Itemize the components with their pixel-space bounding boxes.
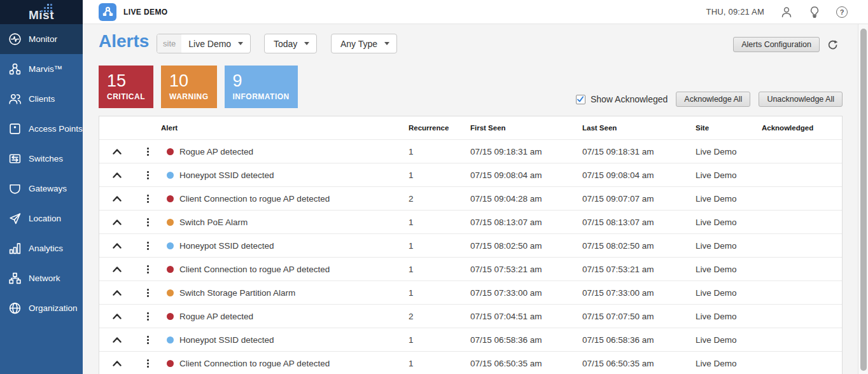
column-header-first-seen: First Seen (470, 124, 582, 132)
table-row[interactable]: Switch Storage Partition Alarm 1 07/15 0… (99, 280, 842, 304)
alert-site: Live Demo (696, 170, 762, 180)
sidebar-item-marvis[interactable]: Marvis™ (0, 54, 83, 84)
org-selector[interactable]: LIVE DEMO (99, 3, 168, 21)
show-acknowledged-checkbox[interactable] (576, 95, 585, 104)
unacknowledge-all-button[interactable]: Unacknowledge All (759, 92, 843, 107)
severity-dot (167, 172, 174, 179)
acknowledge-all-button[interactable]: Acknowledge All (676, 92, 750, 107)
table-row[interactable]: Honeypot SSID detected 1 07/15 08:02:50 … (99, 233, 842, 257)
refresh-icon[interactable] (827, 39, 838, 53)
collapse-chevron-icon[interactable] (99, 172, 134, 178)
table-row[interactable]: Honeypot SSID detected 1 07/15 09:08:04 … (99, 163, 842, 186)
alert-recurrence: 1 (409, 170, 470, 180)
sidebar-item-analytics[interactable]: Analytics (0, 233, 83, 263)
row-menu-icon[interactable] (147, 148, 149, 156)
table-row[interactable]: Rogue AP detected 1 07/15 09:18:31 am 07… (99, 139, 842, 163)
sidebar-item-access-points[interactable]: Access Points (0, 114, 83, 144)
warning-badge[interactable]: 10 WARNING (161, 66, 217, 108)
collapse-chevron-icon[interactable] (99, 361, 134, 366)
lightbulb-icon[interactable] (809, 6, 820, 18)
critical-badge[interactable]: 15 CRITICAL (99, 66, 153, 108)
column-header-last-seen: Last Seen (582, 124, 696, 132)
alert-name: Honeypot SSID detected (179, 170, 409, 180)
sidebar: Mist Monitor Marvis™ Clients Access Poin… (0, 0, 83, 374)
row-menu-icon[interactable] (147, 265, 149, 274)
type-filter-dropdown[interactable]: Any Type (331, 34, 397, 53)
sidebar-item-organization[interactable]: Organization (0, 293, 83, 323)
org-logo-icon (99, 3, 116, 21)
alert-first-seen: 07/15 08:13:07 am (470, 218, 582, 227)
sidebar-item-location[interactable]: Location (0, 204, 83, 233)
collapse-chevron-icon[interactable] (99, 267, 134, 272)
critical-label: CRITICAL (107, 92, 145, 101)
row-menu-icon[interactable] (147, 359, 149, 368)
row-menu-icon[interactable] (147, 242, 149, 250)
collapse-chevron-icon[interactable] (99, 243, 134, 249)
org-name: LIVE DEMO (123, 8, 168, 17)
table-row[interactable]: Client Connection to rogue AP detected 1… (99, 257, 842, 280)
critical-count: 15 (107, 71, 145, 90)
collapse-chevron-icon[interactable] (99, 196, 134, 202)
show-acknowledged-toggle[interactable]: Show Acknowleged (576, 94, 668, 104)
table-row[interactable]: Client Connection to rogue AP detected 1… (99, 351, 842, 374)
alert-recurrence: 1 (409, 147, 470, 156)
table-row[interactable]: Client Connection to rogue AP detected 2… (99, 186, 842, 210)
alert-last-seen: 07/15 09:08:04 am (582, 170, 696, 180)
sidebar-item-gateways[interactable]: Gateways (0, 174, 83, 204)
sidebar-item-monitor[interactable]: Monitor (0, 24, 83, 54)
row-menu-icon[interactable] (147, 218, 149, 226)
collapse-chevron-icon[interactable] (99, 149, 134, 155)
sidebar-item-network[interactable]: Network (0, 263, 83, 293)
alert-name: Honeypot SSID detected (179, 335, 409, 345)
collapse-chevron-icon[interactable] (99, 219, 134, 225)
sidebar-item-switches[interactable]: Switches (0, 144, 83, 174)
page-scrollbar[interactable] (858, 24, 868, 374)
alert-last-seen: 07/15 07:53:21 am (582, 265, 696, 274)
scrollbar-thumb[interactable] (860, 29, 867, 371)
column-header-alert: Alert (161, 124, 409, 132)
analytics-icon (8, 242, 22, 255)
row-menu-icon[interactable] (147, 289, 149, 297)
table-row[interactable]: Honeypot SSID detected 1 07/15 06:58:36 … (99, 328, 842, 351)
alert-recurrence: 2 (409, 194, 470, 204)
time-filter-dropdown[interactable]: Today (264, 34, 317, 53)
row-menu-icon[interactable] (147, 195, 149, 203)
alert-last-seen: 07/15 09:07:07 am (582, 194, 696, 204)
page-title: Alerts (99, 31, 149, 52)
alert-site: Live Demo (696, 288, 762, 298)
alert-first-seen: 07/15 07:53:21 am (470, 265, 582, 274)
warning-label: WARNING (169, 92, 209, 101)
location-icon (8, 212, 22, 225)
clients-icon (8, 92, 22, 106)
switches-icon (8, 152, 22, 165)
alert-name: Client Connection to rogue AP detected (179, 265, 409, 274)
row-menu-icon[interactable] (147, 312, 149, 321)
sidebar-item-label: Monitor (29, 34, 57, 44)
collapse-chevron-icon[interactable] (99, 314, 134, 319)
collapse-chevron-icon[interactable] (99, 337, 134, 343)
sidebar-item-clients[interactable]: Clients (0, 84, 83, 114)
user-icon[interactable] (780, 6, 793, 18)
row-menu-icon[interactable] (147, 336, 149, 344)
alert-first-seen: 07/15 08:02:50 am (470, 241, 582, 251)
acknowledge-controls: Show Acknowleged Acknowledge All Unackno… (576, 92, 843, 107)
information-badge[interactable]: 9 INFORMATION (225, 66, 298, 108)
table-row[interactable]: Switch PoE Alarm 1 07/15 08:13:07 am 07/… (99, 210, 842, 233)
help-icon[interactable]: ? (836, 6, 848, 18)
mist-logo[interactable]: Mist (0, 0, 83, 24)
site-filter-dropdown[interactable]: site Live Demo (157, 34, 251, 53)
severity-dot (167, 313, 174, 320)
alert-first-seen: 07/15 09:04:28 am (470, 194, 582, 204)
network-icon (8, 272, 22, 285)
alert-first-seen: 07/15 07:04:51 am (470, 312, 582, 321)
row-menu-icon[interactable] (147, 171, 149, 179)
alert-name: Rogue AP detected (179, 312, 409, 321)
alerts-configuration-button[interactable]: Alerts Configuration (733, 37, 820, 52)
collapse-chevron-icon[interactable] (99, 290, 134, 296)
site-filter-prefix: site (157, 34, 181, 53)
table-row[interactable]: Rogue AP detected 2 07/15 07:04:51 am 07… (99, 304, 842, 328)
alerts-table-header: Alert Recurrence First Seen Last Seen Si… (99, 116, 842, 139)
severity-dot (167, 219, 174, 226)
sidebar-item-label: Switches (29, 154, 63, 163)
information-label: INFORMATION (233, 92, 290, 101)
